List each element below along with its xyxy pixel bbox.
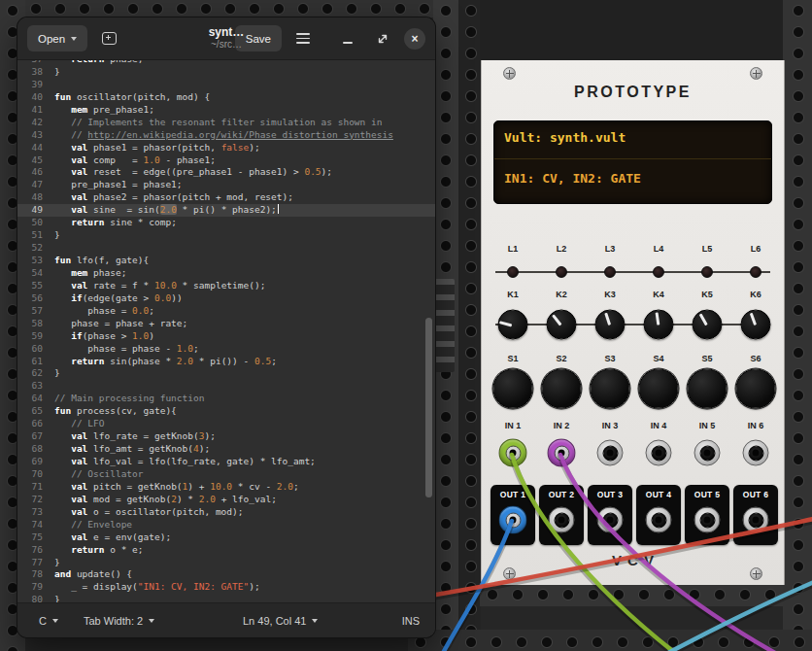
- code-line[interactable]: 73 val o = oscillator(pitch, mod);: [17, 506, 435, 519]
- code-line[interactable]: 63: [17, 380, 435, 393]
- input-port-4[interactable]: [646, 440, 672, 466]
- code-line[interactable]: 42 // Implements the resonant filter sim…: [17, 117, 435, 129]
- input-port-2[interactable]: [548, 439, 576, 467]
- code-line[interactable]: 72 val mod = getKnob(2) * 2.0 + lfo_val;: [17, 494, 435, 506]
- language-selector[interactable]: C: [31, 610, 66, 632]
- output-port-4[interactable]: [646, 507, 672, 533]
- code-token: fun: [54, 255, 71, 265]
- code-line[interactable]: 45 val comp = 1.0 - phase1;: [17, 154, 435, 167]
- input-port-1[interactable]: [499, 439, 527, 467]
- line-text: }: [43, 367, 435, 380]
- code-line[interactable]: 44 val phase1 = phasor(pitch, false);: [17, 142, 435, 154]
- code-token: [54, 280, 71, 291]
- light-label: L5: [702, 244, 713, 254]
- code-line[interactable]: 54 mem phase;: [17, 267, 435, 280]
- knob-k4[interactable]: [644, 310, 674, 340]
- code-line[interactable]: 48 val phase2 = phasor(pitch + mod, rese…: [17, 191, 435, 204]
- code-line[interactable]: 76 return o * e;: [17, 544, 435, 557]
- code-line[interactable]: 55 val rate = f * 10.0 * sampletime();: [17, 280, 435, 292]
- close-button[interactable]: ×: [404, 28, 425, 50]
- code-line[interactable]: 41 mem pre_phase1;: [17, 104, 435, 117]
- code-line[interactable]: 38}: [17, 66, 435, 79]
- code-line[interactable]: 52: [17, 242, 435, 255]
- window-title: synt… ~/src…: [209, 26, 245, 51]
- code-token: (phase >: [83, 330, 132, 341]
- code-line[interactable]: 74 // Envelope: [17, 519, 435, 531]
- code-token: return: [71, 356, 104, 366]
- code-line[interactable]: 56 if(edge(gate > 0.0)): [17, 292, 435, 305]
- code-token: [54, 191, 71, 202]
- code-line[interactable]: 75 val e = env(gate);: [17, 531, 435, 544]
- new-tab-button[interactable]: [95, 25, 122, 52]
- output-label: OUT 2: [539, 490, 584, 499]
- scrollbar-thumb[interactable]: [425, 318, 432, 497]
- switch-s5[interactable]: [688, 369, 727, 409]
- code-line[interactable]: 65fun process(cv, gate){: [17, 405, 435, 418]
- code-line[interactable]: 68 val lfo_amt = getKnob(4);: [17, 443, 435, 456]
- switch-s6[interactable]: [736, 369, 776, 409]
- code-editor-area[interactable]: 37 return phase;38}3940fun oscillator(pi…: [17, 60, 435, 602]
- code-token: [54, 217, 71, 227]
- code-token: phase = phase -: [54, 343, 177, 354]
- output-port-2[interactable]: [549, 507, 575, 533]
- code-line[interactable]: 58 phase = phase + rate;: [17, 318, 435, 330]
- output-port-3[interactable]: [597, 507, 624, 533]
- code-line[interactable]: 53fun lfo(f, gate){: [17, 255, 435, 267]
- output-port-6[interactable]: [743, 507, 769, 533]
- code-token: mem: [71, 267, 87, 278]
- code-line[interactable]: 69 val lfo_val = lfo(lfo_rate, gate) * l…: [17, 456, 435, 468]
- code-line[interactable]: 64// Main processing function: [17, 393, 435, 405]
- knob-k1[interactable]: [498, 310, 528, 340]
- knob-k3[interactable]: [595, 310, 626, 340]
- knob-k6[interactable]: [741, 310, 771, 340]
- code-line[interactable]: 62}: [17, 367, 435, 380]
- code-line[interactable]: 59 if(phase > 1.0): [17, 330, 435, 343]
- code-line[interactable]: 40fun oscillator(pitch, mod) {: [17, 91, 435, 104]
- code-line[interactable]: 49 val sine = sin(2.0 * pi() * phase2);: [17, 204, 435, 217]
- code-line[interactable]: 71 val pitch = getKnob(1) + 10.0 * cv - …: [17, 481, 435, 494]
- code-line[interactable]: 47 pre_phase1 = phase1;: [17, 179, 435, 191]
- input-label: IN 2: [554, 421, 570, 430]
- knob-k5[interactable]: [693, 310, 723, 340]
- code-line[interactable]: 66 // LFO: [17, 418, 435, 430]
- switch-s4[interactable]: [639, 369, 679, 409]
- line-text: val mod = getKnob(2) * 2.0 + lfo_val;: [43, 494, 435, 506]
- line-text: [43, 242, 435, 255]
- line-number: 43: [17, 129, 43, 142]
- switch-s3[interactable]: [591, 369, 630, 409]
- code-line[interactable]: 67 val lfo_rate = getKnob(3);: [17, 430, 435, 443]
- switch-s1[interactable]: [493, 369, 533, 409]
- output-port-1[interactable]: [499, 506, 527, 534]
- open-button[interactable]: Open: [27, 25, 87, 51]
- knob-k2[interactable]: [547, 310, 577, 340]
- code-line[interactable]: 46 val reset = edge((pre_phase1 - phase1…: [17, 166, 435, 179]
- code-line[interactable]: 51}: [17, 229, 435, 242]
- minimize-button[interactable]: [334, 25, 361, 52]
- code-line[interactable]: 70 // Oscillator: [17, 468, 435, 481]
- switch-s2[interactable]: [542, 369, 582, 409]
- output-port-5[interactable]: [694, 507, 721, 533]
- code-line[interactable]: 39: [17, 79, 435, 91]
- input-mode-indicator[interactable]: INS: [394, 610, 427, 632]
- maximize-button[interactable]: [369, 25, 396, 52]
- code-line[interactable]: 80}: [17, 594, 435, 602]
- tab-width-selector[interactable]: Tab Width: 2: [76, 610, 162, 632]
- code-token: val: [71, 166, 87, 177]
- code-line[interactable]: 79 _ = display("IN1: CV, IN2: GATE");: [17, 581, 435, 594]
- input-port-3[interactable]: [597, 440, 624, 466]
- code-line[interactable]: 78and update() {: [17, 568, 435, 581]
- code-line[interactable]: 43 // http://en.wikipedia.org/wiki/Phase…: [17, 129, 435, 142]
- main-menu-button[interactable]: [289, 25, 317, 52]
- code-token: );: [249, 142, 259, 153]
- code-token: fun: [54, 91, 71, 102]
- code-line[interactable]: 61 return sin(phase * 2.0 * pi()) - 0.5;: [17, 356, 435, 368]
- code-line[interactable]: 57 phase = 0.0;: [17, 305, 435, 318]
- input-port-6[interactable]: [743, 440, 769, 466]
- code-line[interactable]: 77}: [17, 557, 435, 569]
- code-line[interactable]: 60 phase = phase - 1.0;: [17, 343, 435, 356]
- line-text: _ = display("IN1: CV, IN2: GATE");: [43, 581, 435, 594]
- code-line[interactable]: 50 return sine * comp;: [17, 217, 435, 229]
- input-port-5[interactable]: [694, 440, 721, 466]
- cursor-position-selector[interactable]: Ln 49, Col 41: [235, 610, 325, 632]
- code-token: fun: [54, 405, 71, 416]
